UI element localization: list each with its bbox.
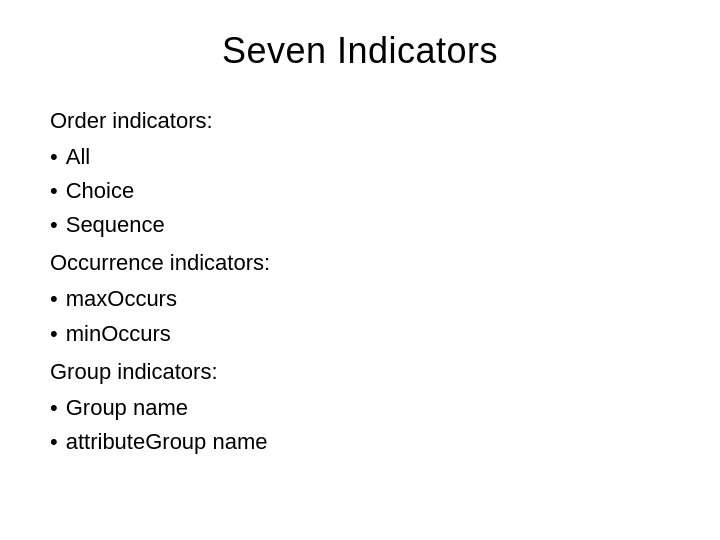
bullet-icon: •: [50, 425, 58, 459]
content-area: Order indicators: • All • Choice • Seque…: [50, 100, 670, 463]
page-title: Seven Indicators: [50, 30, 670, 72]
bullet-icon: •: [50, 317, 58, 351]
bullet-icon: •: [50, 282, 58, 316]
list-item: • Choice: [50, 174, 670, 208]
page-container: Seven Indicators Order indicators: • All…: [0, 0, 720, 540]
list-item: • All: [50, 140, 670, 174]
group-indicators-list: • Group name • attributeGroup name: [50, 391, 670, 459]
bullet-icon: •: [50, 140, 58, 174]
section-header-group: Group indicators:: [50, 355, 670, 389]
list-item: • Group name: [50, 391, 670, 425]
bullet-icon: •: [50, 208, 58, 242]
section-header-order: Order indicators:: [50, 104, 670, 138]
order-indicators-list: • All • Choice • Sequence: [50, 140, 670, 242]
bullet-icon: •: [50, 391, 58, 425]
occurrence-indicators-list: • maxOccurs • minOccurs: [50, 282, 670, 350]
section-header-occurrence: Occurrence indicators:: [50, 246, 670, 280]
list-item: • maxOccurs: [50, 282, 670, 316]
list-item: • attributeGroup name: [50, 425, 670, 459]
list-item: • Sequence: [50, 208, 670, 242]
bullet-icon: •: [50, 174, 58, 208]
list-item: • minOccurs: [50, 317, 670, 351]
